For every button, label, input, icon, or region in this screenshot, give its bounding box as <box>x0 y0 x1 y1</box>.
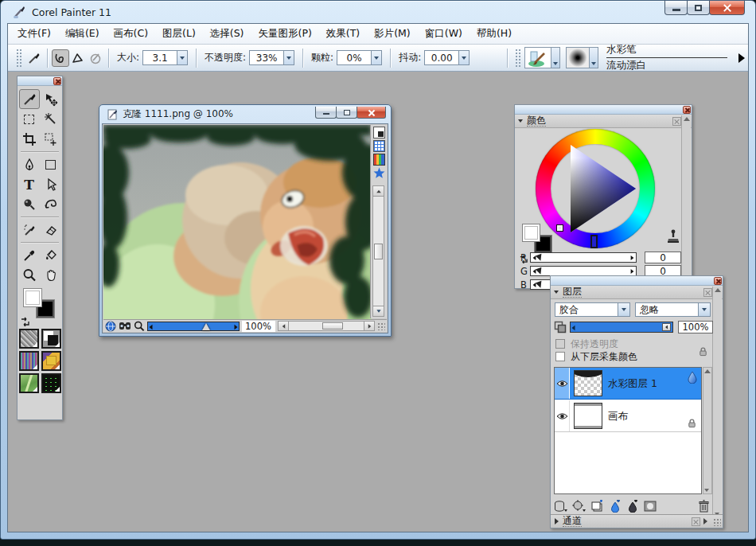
scroll-left-button[interactable] <box>279 322 289 330</box>
clone-color-button[interactable] <box>87 49 104 67</box>
rectangular-selection-tool[interactable] <box>19 109 40 129</box>
paper-selector[interactable] <box>19 329 39 349</box>
layer-opacity-thumb[interactable] <box>662 323 671 331</box>
text-tool[interactable]: T <box>19 174 40 194</box>
restore-button[interactable] <box>687 1 710 15</box>
pattern-selector[interactable] <box>41 329 61 349</box>
canvas-image[interactable] <box>103 125 372 320</box>
document-minimize-button[interactable] <box>315 107 337 119</box>
vertical-scroll-thumb[interactable] <box>374 244 383 259</box>
new-layer-mask-icon[interactable] <box>644 500 657 513</box>
menu-movie[interactable]: 影片(M) <box>374 27 411 41</box>
composite-depth-arrow[interactable] <box>698 303 710 316</box>
channels-bar[interactable]: 通道 <box>551 514 723 528</box>
menu-window[interactable]: 窗口(W) <box>425 27 462 41</box>
toolbox-titlebar[interactable] <box>18 76 62 86</box>
layer-row-watercolor[interactable]: 水彩图层 1 <box>555 368 701 400</box>
look-selector[interactable] <box>41 373 61 393</box>
crop-tool[interactable] <box>19 129 40 149</box>
pen-tool[interactable] <box>19 154 40 174</box>
document-resize-grip[interactable] <box>377 322 385 330</box>
paper-tracker-icon[interactable] <box>373 127 385 138</box>
swap-colors-icon[interactable] <box>20 316 30 326</box>
new-layer-icon[interactable] <box>590 500 604 513</box>
scroll-up-button[interactable] <box>373 186 384 197</box>
color-panel-titlebar[interactable] <box>515 105 692 115</box>
document-restore-button[interactable] <box>336 107 357 119</box>
magnifier-find-icon[interactable] <box>119 321 131 331</box>
canvas-visibility-toggle[interactable] <box>555 400 570 431</box>
layer-name[interactable]: 水彩图层 1 <box>608 377 657 391</box>
freehand-stroke-button[interactable] <box>52 49 69 67</box>
horizontal-scroll-thumb[interactable] <box>322 322 343 330</box>
menu-select[interactable]: 选择(S) <box>210 27 244 41</box>
nozzle-selector[interactable] <box>19 373 39 393</box>
saturation-value-triangle[interactable] <box>547 140 644 237</box>
grid-overlay-icon[interactable] <box>373 140 385 152</box>
dodge-tool[interactable] <box>19 194 40 214</box>
rectangular-shape-tool[interactable] <box>41 154 61 174</box>
jitter-spinner[interactable] <box>459 50 470 65</box>
color-panel-scrollstrip[interactable] <box>681 115 691 287</box>
menu-layers[interactable]: 图层(L) <box>162 27 196 41</box>
layer-opacity-value[interactable]: 100% <box>678 321 713 333</box>
brush-variant-dropdown[interactable] <box>590 47 598 68</box>
document-titlebar[interactable]: 克隆 1111.png @ 100% <box>99 105 391 123</box>
weave-selector[interactable] <box>41 351 61 371</box>
layers-panel-scrollstrip[interactable] <box>712 287 722 517</box>
layer-opacity-slider[interactable] <box>570 322 673 333</box>
layers-panel-resize-grip[interactable] <box>713 518 721 526</box>
layers-panel-close-button[interactable] <box>714 277 722 285</box>
brush-category-name[interactable]: 水彩笔 <box>606 43 727 58</box>
canvas-layer-name[interactable]: 画布 <box>608 410 628 423</box>
layer-row-canvas[interactable]: 画布 <box>555 400 701 432</box>
info-star-icon[interactable] <box>373 167 385 179</box>
zoom-magnifier-icon[interactable] <box>134 321 145 332</box>
layers-collapse-triangle-icon[interactable] <box>554 291 559 294</box>
delete-layer-icon[interactable] <box>698 500 710 513</box>
dynamic-plugins-icon[interactable] <box>572 500 586 513</box>
channels-xbox-icon[interactable] <box>692 517 700 526</box>
brush-selector-grip[interactable] <box>515 49 521 68</box>
straight-stroke-button[interactable] <box>69 49 87 67</box>
red-slider[interactable] <box>530 252 637 263</box>
rotate-page-tool[interactable] <box>41 194 61 214</box>
scroll-right-button[interactable] <box>364 322 374 330</box>
opacity-input[interactable]: 33% <box>249 50 284 65</box>
grain-input[interactable]: 0% <box>337 50 372 65</box>
zoom-slider-thumb[interactable] <box>202 323 210 330</box>
grain-spinner[interactable] <box>372 50 382 65</box>
brush-variant-name[interactable]: 流动漂白 <box>606 59 727 72</box>
minimize-button[interactable] <box>664 1 688 15</box>
brush-selector-flyout-icon[interactable] <box>738 53 745 63</box>
size-input[interactable]: 3.1 <box>142 50 177 65</box>
menu-file[interactable]: 文件(F) <box>18 27 51 41</box>
grabber-hand-tool[interactable] <box>41 265 61 285</box>
property-bar-grip[interactable] <box>16 49 22 68</box>
brush-tool-indicator-icon[interactable] <box>25 49 43 67</box>
color-panel-xbox-icon[interactable] <box>672 117 681 126</box>
horizontal-scrollbar[interactable] <box>278 321 375 331</box>
gradient-selector[interactable] <box>19 351 39 371</box>
menu-help[interactable]: 帮助(H) <box>477 27 512 41</box>
document-close-button[interactable] <box>357 107 386 119</box>
layers-panel-xbox-icon[interactable] <box>703 288 712 297</box>
composite-method-arrow[interactable] <box>618 303 629 316</box>
zoom-slider[interactable] <box>147 322 240 331</box>
composite-method-dropdown[interactable]: 胶合 <box>555 302 630 317</box>
layer-list-scrollbar[interactable] <box>703 367 712 494</box>
dropper-tool[interactable] <box>19 245 40 265</box>
composite-depth-dropdown[interactable]: 忽略 <box>635 302 711 317</box>
menu-canvas[interactable]: 画布(C) <box>114 27 148 41</box>
main-color-swatch[interactable] <box>23 288 42 307</box>
sv-cursor[interactable] <box>556 224 563 232</box>
layer-visibility-toggle[interactable] <box>555 368 570 399</box>
layer-commands-icon[interactable] <box>554 500 567 513</box>
size-spinner[interactable] <box>177 50 188 65</box>
opacity-spinner[interactable] <box>284 50 294 65</box>
jitter-input[interactable]: 0.00 <box>424 50 459 65</box>
magic-wand-tool[interactable] <box>41 109 61 129</box>
menu-effects[interactable]: 效果(T) <box>326 27 360 41</box>
channels-menu-icon[interactable] <box>703 518 707 525</box>
layers-panel-header[interactable]: 图层 <box>551 286 723 299</box>
